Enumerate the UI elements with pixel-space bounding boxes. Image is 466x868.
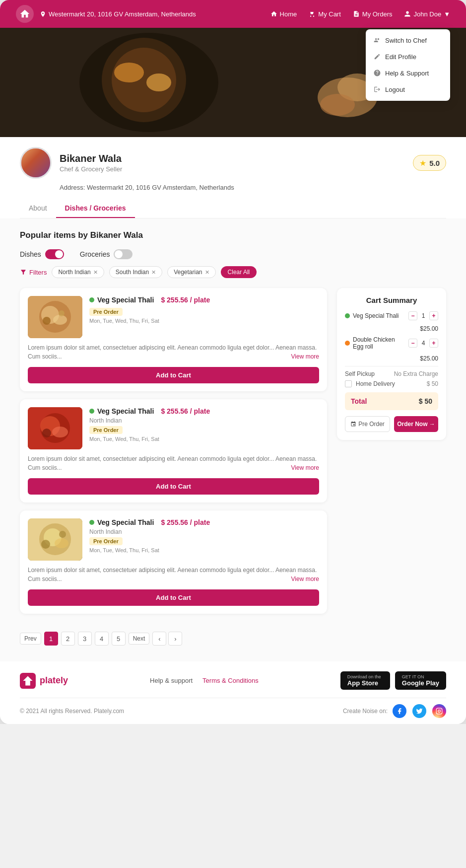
self-pickup-label: Self Pickup [345, 370, 390, 377]
tabs-row: About Dishes / Groceries [20, 199, 446, 218]
total-row: Total $ 50 [345, 392, 438, 410]
total-value: $ 50 [419, 397, 432, 405]
cart-price-1: $25.00 [345, 325, 438, 332]
nav-home[interactable]: Home [270, 10, 297, 18]
footer-link-terms[interactable]: Terms & Conditions [202, 677, 259, 684]
filter-tag-vegetarian: Vegetarian ✕ [167, 266, 215, 278]
chef-address: Address: Westermarkt 20, 1016 GV Amsterd… [60, 184, 446, 191]
clear-all-button[interactable]: Clear All [221, 266, 257, 278]
tab-dishes[interactable]: Dishes / Groceries [56, 199, 135, 218]
page-2[interactable]: 2 [61, 632, 75, 646]
user-dropdown[interactable]: John Doe ▼ Switch to Chef Edit Profile H… [404, 10, 450, 18]
page-4[interactable]: 4 [95, 632, 109, 646]
twitter-icon[interactable] [412, 704, 426, 718]
view-more-3[interactable]: View more [291, 575, 319, 583]
dish-days-2: Mon, Tue, Wed, Thu, Fri, Sat [89, 436, 319, 442]
google-play-badge[interactable]: GET IT ON Google Play [395, 671, 446, 690]
dropdown-switch-chef[interactable]: Switch to Chef [366, 32, 450, 49]
social-label: Create Noise on: [343, 708, 388, 715]
footer-logo: plately [20, 673, 68, 689]
order-now-button[interactable]: Order Now → [394, 416, 438, 432]
footer-bottom: © 2021 All rights Reserved. Plately.com … [20, 698, 446, 724]
remove-north-indian[interactable]: ✕ [93, 269, 98, 276]
cart-dot-orange-2 [345, 341, 350, 346]
user-button[interactable]: John Doe ▼ [404, 10, 450, 18]
decrease-qty-1[interactable]: − [408, 311, 417, 320]
pre-order-badge-1: Pre Order [89, 308, 123, 316]
instagram-icon[interactable] [432, 704, 446, 718]
next-page[interactable]: Next [129, 633, 150, 645]
svg-point-15 [59, 310, 65, 316]
dishes-label: Dishes [20, 250, 41, 258]
page-1[interactable]: 1 [44, 632, 58, 646]
dropdown-logout[interactable]: Logout [366, 81, 450, 98]
chef-name: Bikaner Wala [60, 153, 405, 164]
toggles-row: Dishes Groceries [20, 249, 446, 259]
prev-page[interactable]: Prev [20, 633, 41, 645]
add-to-cart-btn-2[interactable]: Add to Cart [28, 478, 319, 495]
dish-image-1 [28, 296, 82, 338]
dish-card-1: Veg Special Thali $ 255.56 / plate Pre O… [20, 288, 327, 391]
filter-tag-south-indian: South Indian ✕ [109, 266, 162, 278]
remove-vegetarian[interactable]: ✕ [205, 269, 209, 276]
view-more-1[interactable]: View more [291, 352, 319, 361]
page-arrows: ‹ › [152, 632, 182, 646]
groceries-toggle[interactable] [114, 249, 133, 259]
svg-point-9 [320, 94, 355, 116]
pre-order-badge-3: Pre Order [89, 537, 123, 545]
next-arrow[interactable]: › [168, 632, 182, 646]
cart-actions: Pre Order Order Now → [345, 416, 438, 432]
tab-about[interactable]: About [20, 199, 56, 218]
cart-qty-2: − 4 + [408, 339, 438, 348]
dish-name-2: Veg Special Thali [97, 407, 154, 415]
filters-button[interactable]: Filters [20, 269, 47, 276]
groceries-toggle-group: Groceries [80, 249, 133, 259]
qty-val-2: 4 [420, 340, 427, 347]
add-to-cart-btn-3[interactable]: Add to Cart [28, 589, 319, 606]
increase-qty-2[interactable]: + [429, 339, 438, 348]
remove-south-indian[interactable]: ✕ [151, 269, 156, 276]
facebook-icon[interactable] [393, 704, 406, 718]
qty-val-1: 1 [420, 312, 427, 319]
view-more-2[interactable]: View more [291, 463, 319, 472]
dropdown-help[interactable]: Help & Support [366, 65, 450, 81]
social-icons [393, 704, 446, 718]
cart-item-name-2: Double Chicken Egg roll [353, 336, 405, 350]
add-to-cart-btn-1[interactable]: Add to Cart [28, 367, 319, 383]
veg-dot-2 [89, 409, 94, 414]
svg-point-30 [441, 709, 441, 710]
footer-link-help[interactable]: Help & support [150, 677, 193, 684]
nav-cart[interactable]: My Cart [309, 10, 341, 18]
svg-point-5 [146, 73, 171, 91]
cart-column: Cart Summary Veg Special Thali − 1 + $25… [337, 288, 446, 440]
footer: plately Help & support Terms & Condition… [0, 661, 466, 724]
decrease-qty-2[interactable]: − [408, 339, 417, 348]
social-section: Create Noise on: [343, 704, 446, 718]
main-content: Popular items by Bikaner Wala Dishes Gro… [0, 218, 466, 661]
pre-order-button[interactable]: Pre Order [345, 416, 390, 432]
home-delivery-checkbox[interactable] [345, 380, 352, 387]
cart-item-name-1: Veg Special Thali [353, 312, 405, 319]
dish-meta-3: North Indian [89, 528, 319, 535]
cart-price-2: $25.00 [345, 355, 438, 362]
dish-days-3: Mon, Tue, Wed, Thu, Fri, Sat [89, 547, 319, 553]
footer-top: plately Help & support Terms & Condition… [20, 671, 446, 698]
dish-meta-2: North Indian [89, 417, 319, 424]
svg-point-25 [41, 540, 50, 549]
page-3[interactable]: 3 [78, 632, 92, 646]
dish-name-1: Veg Special Thali [97, 296, 154, 304]
increase-qty-1[interactable]: + [429, 311, 438, 320]
rating-value: 5.0 [429, 159, 440, 167]
footer-links: Help & support Terms & Conditions [150, 677, 259, 684]
svg-point-24 [55, 538, 68, 548]
app-badges: Download on the App Store GET IT ON Goog… [340, 671, 446, 690]
nav-orders[interactable]: My Orders [353, 10, 393, 18]
page-5[interactable]: 5 [112, 632, 126, 646]
user-dropdown-menu: Switch to Chef Edit Profile Help & Suppo… [366, 29, 450, 101]
chef-role: Chef & Grocery Seller [60, 165, 405, 173]
cart-divider [345, 366, 438, 366]
dishes-toggle[interactable] [45, 249, 64, 259]
app-store-badge[interactable]: Download on the App Store [340, 671, 390, 690]
prev-arrow[interactable]: ‹ [152, 632, 166, 646]
dropdown-edit-profile[interactable]: Edit Profile [366, 49, 450, 65]
